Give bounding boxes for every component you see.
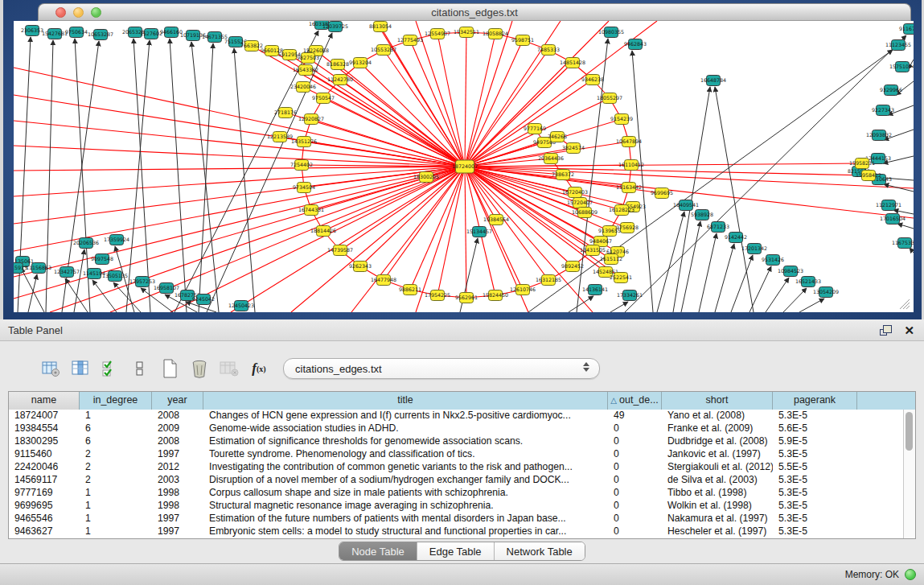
column-header-title[interactable]: title xyxy=(203,392,608,410)
citation-edge-black[interactable] xyxy=(657,212,684,312)
table-row[interactable]: 1872400712008Changes of HCN gene express… xyxy=(9,410,903,422)
resize-grip[interactable] xyxy=(900,299,910,309)
table-row[interactable]: 911546021997Tourette syndrome. Phenomeno… xyxy=(9,448,903,461)
table-row[interactable]: 1456911722003Disruption of a novel membe… xyxy=(9,474,903,487)
citation-edge-black[interactable] xyxy=(28,274,37,312)
graph-node-label: 15427681 xyxy=(42,31,68,36)
graph-node-label: 17334261 xyxy=(617,292,643,298)
column-header-in-degree[interactable]: in_degree xyxy=(80,392,152,410)
column-filler xyxy=(857,392,915,410)
select-attributes-icon[interactable] xyxy=(98,357,122,380)
table-row[interactable]: 1938455462009Genome-wide association stu… xyxy=(9,422,903,435)
table-cell: 6 xyxy=(80,422,152,435)
network-graph[interactable]: 2306353154276819750634106532872065328715… xyxy=(14,21,914,312)
column-header-name[interactable]: name xyxy=(9,392,80,410)
tab-node-table[interactable]: Node Table xyxy=(339,542,417,560)
citation-edge-black[interactable] xyxy=(46,40,53,312)
citation-edge-black[interactable] xyxy=(632,51,653,312)
citation-edge-red[interactable] xyxy=(465,40,523,167)
new-document-icon[interactable] xyxy=(158,357,182,380)
citation-edge-black[interactable] xyxy=(699,233,717,312)
citation-edge-red[interactable] xyxy=(14,167,465,277)
tab-edge-table[interactable]: Edge Table xyxy=(417,542,495,560)
column-header-year[interactable]: year xyxy=(152,392,203,410)
scrollbar-thumb[interactable] xyxy=(906,412,913,451)
network-view-canvas[interactable]: 2306353154276819750634106532872065328715… xyxy=(14,21,914,312)
citation-edge-black[interactable] xyxy=(715,87,754,312)
citation-edge-red[interactable] xyxy=(465,32,466,167)
citation-edge-red[interactable] xyxy=(304,167,465,187)
vertical-scrollbar[interactable] xyxy=(903,410,915,538)
citation-edge-black[interactable] xyxy=(715,244,734,312)
table-cell: Corpus callosum shape and size in male p… xyxy=(203,487,608,500)
trash-icon[interactable] xyxy=(187,357,211,380)
graph-node-label: 12920827 xyxy=(298,116,324,122)
table-cell: 0 xyxy=(608,525,662,538)
graph-node-label: 10984523 xyxy=(778,268,803,274)
table-cell: 0 xyxy=(608,513,662,525)
float-window-icon[interactable] xyxy=(880,325,891,336)
citation-edge-black[interactable] xyxy=(897,224,914,229)
citation-edge-black[interactable] xyxy=(65,278,88,312)
citation-edge-black[interactable] xyxy=(681,221,700,312)
table-header-row: name in_degree year title △out_de... sho… xyxy=(9,392,915,410)
graph-node-label: 1615112 xyxy=(600,256,622,262)
column-header-short[interactable]: short xyxy=(662,392,773,410)
table-cell: 9777169 xyxy=(9,487,80,500)
table-row[interactable]: 1830029562008Estimation of significance … xyxy=(9,435,903,448)
function-builder-icon[interactable]: f(x) xyxy=(247,357,271,380)
citation-edge-black[interactable] xyxy=(528,50,893,312)
citation-edge-black[interactable] xyxy=(207,33,332,312)
show-columns-icon[interactable] xyxy=(68,357,92,380)
table-selector-dropdown[interactable]: citations_edges.txt xyxy=(283,358,600,379)
citation-edge-black[interactable] xyxy=(170,39,187,312)
table-row[interactable]: 2242004622012Investigating the contribut… xyxy=(9,461,903,474)
close-panel-icon[interactable]: ✕ xyxy=(904,324,914,336)
graph-node-label: 9734504 xyxy=(293,184,315,190)
table-options-icon[interactable] xyxy=(39,357,63,380)
citation-edge-black[interactable] xyxy=(175,31,318,312)
citation-edge-black[interactable] xyxy=(766,278,789,312)
table-cell: Embryonic stem cells: a model to study s… xyxy=(203,525,608,538)
graph-node-label: 15824450 xyxy=(483,292,508,298)
row-height-icon[interactable] xyxy=(128,357,152,380)
table-row[interactable]: 969969511998Structural magnetic resonanc… xyxy=(9,500,903,513)
citation-edge-red[interactable] xyxy=(338,64,465,167)
graph-node-label: 12554907 xyxy=(425,31,450,36)
citation-edge-red[interactable] xyxy=(465,163,862,167)
citation-edge-black[interactable] xyxy=(799,299,824,312)
citation-edge-black[interactable] xyxy=(749,266,771,312)
citation-edge-black[interactable] xyxy=(21,268,44,312)
table-cell: 5.3E-5 xyxy=(773,487,857,500)
table-cell: 5.5E-5 xyxy=(773,461,857,474)
graph-node-label: 18814426 xyxy=(310,228,336,233)
citation-edge-black[interactable] xyxy=(126,40,150,312)
graph-node-label: 9466160 xyxy=(160,29,183,35)
tab-network-table[interactable]: Network Table xyxy=(495,542,585,560)
citation-edge-black[interactable] xyxy=(731,255,753,312)
graph-node-label: 16521433 xyxy=(795,278,821,284)
citation-edge-red[interactable] xyxy=(465,50,548,167)
table-cell: 49 xyxy=(608,410,662,422)
table-row[interactable]: 946554611997Estimation of the future num… xyxy=(9,513,903,525)
citation-edge-red[interactable] xyxy=(306,70,465,167)
delete-table-icon[interactable] xyxy=(217,357,241,380)
citation-edge-black[interactable] xyxy=(673,87,710,312)
window-titlebar[interactable]: citations_edges.txt xyxy=(38,3,911,21)
citation-edge-red[interactable] xyxy=(323,167,465,231)
graph-node-label: 16744331 xyxy=(298,207,324,212)
citation-edge-black[interactable] xyxy=(910,248,914,253)
column-header-out-degree[interactable]: △out_de... xyxy=(608,392,662,410)
memory-status-indicator[interactable] xyxy=(905,569,916,580)
graph-node-label: 15163442 xyxy=(616,184,642,190)
graph-node-label: 9886211 xyxy=(399,286,421,292)
table-row[interactable]: 977716911998Corpus callosum shape and si… xyxy=(9,487,903,500)
citation-edge-black[interactable] xyxy=(783,288,807,312)
citation-edge-red[interactable] xyxy=(416,21,465,167)
citation-edge-black[interactable] xyxy=(199,43,213,312)
table-row[interactable]: 946362711997Embryonic stem cells: a mode… xyxy=(9,525,903,538)
citation-edge-black[interactable] xyxy=(133,39,150,312)
table-cell: 5.6E-5 xyxy=(773,422,857,435)
column-header-pagerank[interactable]: pagerank xyxy=(773,392,857,410)
citation-edge-black[interactable] xyxy=(610,302,628,312)
